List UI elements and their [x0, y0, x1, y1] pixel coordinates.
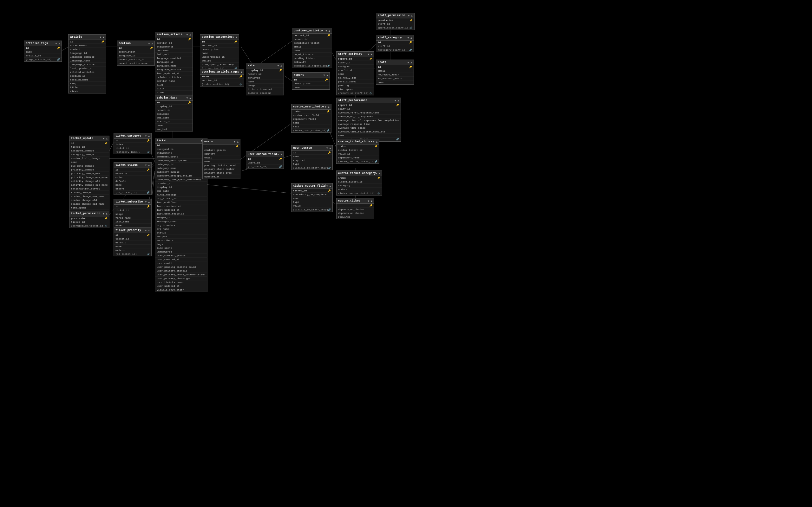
field-name: user_updated_at: [157, 285, 206, 287]
field-row: id🔑: [200, 40, 239, 44]
field-row: public: [200, 59, 239, 63]
field-key-icon: 🔑: [188, 101, 191, 104]
field-row: color: [114, 176, 151, 179]
field-name: org_ticket_id: [157, 197, 206, 200]
field-name: attachment: [157, 152, 206, 154]
field-name: staff_id: [338, 107, 399, 110]
field-name: participated: [338, 80, 372, 83]
table-title-ticket_custom_field: ticket_custom_field: [293, 184, 326, 187]
field-name: name: [294, 86, 328, 89]
field-row: average_time_to_ticket_complete: [337, 130, 401, 134]
field-name: dependent_from: [338, 156, 377, 159]
field-key-icon: 🔗: [147, 191, 150, 194]
table-title-site: site: [248, 64, 255, 67]
field-name: average_response_time: [338, 123, 399, 125]
field-name: title: [70, 86, 104, 89]
field-name: id: [204, 145, 236, 148]
field-row: views: [155, 91, 193, 95]
field-row: due_date_change: [69, 164, 109, 168]
field-row: activity: [292, 60, 332, 64]
table-title-custom_ticket_choice: custom_ticket_choice: [338, 140, 372, 143]
field-name: assignee: [157, 112, 191, 115]
field-name: (permission_staff_id): [378, 26, 410, 29]
field-key-icon: 🔑: [236, 145, 239, 148]
field-name: description: [202, 48, 237, 51]
field-row: id🔑: [376, 41, 414, 44]
field-row: due_date: [155, 116, 193, 120]
field-row: last_received_at: [155, 205, 207, 208]
table-header-icons-staff_permission: ▼ ▲: [408, 14, 412, 17]
field-name: name: [71, 161, 107, 164]
table-header-icons-customer_activity: ▼ ▲: [325, 30, 330, 32]
field-name: status_change: [71, 191, 107, 194]
field-row: parent_section_id: [117, 58, 154, 61]
table-header-icons-site: ▼ ▲: [277, 64, 282, 67]
field-name: (permission_ticket_id): [71, 224, 105, 227]
field-row: display_id: [155, 105, 193, 108]
field-key-icon: 🔑: [325, 78, 328, 81]
field-name: tags: [157, 243, 206, 245]
field-name: comments_count: [157, 155, 206, 158]
field-row: name: [114, 245, 151, 248]
field-name: display_id: [157, 105, 191, 108]
field-name: report_id: [338, 104, 396, 107]
field-row: custom_field_change: [69, 157, 109, 160]
field-name: (visible_to_staff_only): [293, 166, 328, 169]
field-name: name: [202, 52, 237, 55]
table-header-icons-ticket_permission: ▼ ▲: [103, 212, 107, 215]
table-articles_tags: articles_tags▼ ▲id🔑tagsarticle_id(tags_a…: [24, 41, 62, 62]
table-ticket_custom_field: ticket_custom_field▼ ▲ticket_id🔑compulso…: [291, 183, 333, 212]
field-name: language_id: [119, 54, 153, 57]
field-name: custom_user_field: [293, 114, 329, 117]
field-name: average_time_to_ticket_complete: [338, 130, 399, 133]
field-row: (tags_article_id)🔗: [24, 58, 61, 61]
field-name: id: [378, 41, 409, 44]
field-row: id🔑: [203, 145, 240, 148]
field-name: last_updated_at: [70, 67, 104, 70]
field-key-icon: 🔗: [410, 26, 413, 29]
field-row: (index_custom_ticket_id)🔗: [337, 191, 382, 195]
field-key-icon: 🔑: [105, 142, 107, 145]
field-name: last_name: [115, 220, 150, 223]
field-row: subject: [155, 127, 193, 131]
field-row: title: [68, 86, 106, 89]
field-row: (id_ticket_id)🔗: [114, 191, 151, 194]
field-row: target: [246, 83, 284, 88]
field-row: id🔑: [114, 205, 151, 209]
field-name: messages_count: [157, 220, 206, 223]
field-row: id🔑: [376, 65, 414, 69]
field-name: completed: [338, 69, 372, 72]
field-row: messages_count: [155, 220, 207, 223]
field-name: completion_ticket: [294, 42, 330, 44]
field-name: custom_ticket_id: [338, 180, 380, 183]
table-header-icons-article: ▼ ▲: [100, 36, 104, 39]
field-name: (index_user_custom_id): [293, 129, 327, 132]
table-title-users: users: [204, 140, 213, 143]
field-name: index: [293, 110, 327, 113]
field-row: user_created_at: [155, 258, 207, 262]
field-row: priority_change_new: [69, 172, 109, 176]
field-row: (category_index)🔗: [114, 150, 151, 154]
field-name: first_message: [157, 193, 206, 196]
field-row: orders: [337, 187, 382, 191]
field-name: status_change_new_name: [71, 195, 107, 198]
field-row: report_id: [155, 108, 193, 112]
field-name: status_change_old: [71, 199, 107, 202]
field-row: category_prepopulate_id: [155, 174, 207, 178]
field-key-icon: 🔗: [147, 253, 150, 256]
field-name: name: [115, 245, 150, 248]
field-row: name: [200, 51, 239, 55]
field-name: name: [204, 160, 239, 163]
field-name: section_id: [157, 42, 191, 44]
field-name: report_id: [338, 57, 369, 60]
field-name: assigned_to: [157, 148, 206, 151]
table-header-icons-users: ▼ ▲: [234, 140, 239, 143]
field-row: last_updated_at: [155, 208, 207, 212]
field-name: orders: [115, 187, 150, 190]
field-row: time_space: [337, 88, 374, 91]
field-name: org_name: [157, 228, 206, 230]
table-header-icons-ticket_update: ▼ ▲: [103, 137, 107, 140]
field-row: subject: [155, 235, 207, 239]
field-name: language_enabled: [70, 55, 104, 58]
field-name: orders: [338, 188, 380, 191]
